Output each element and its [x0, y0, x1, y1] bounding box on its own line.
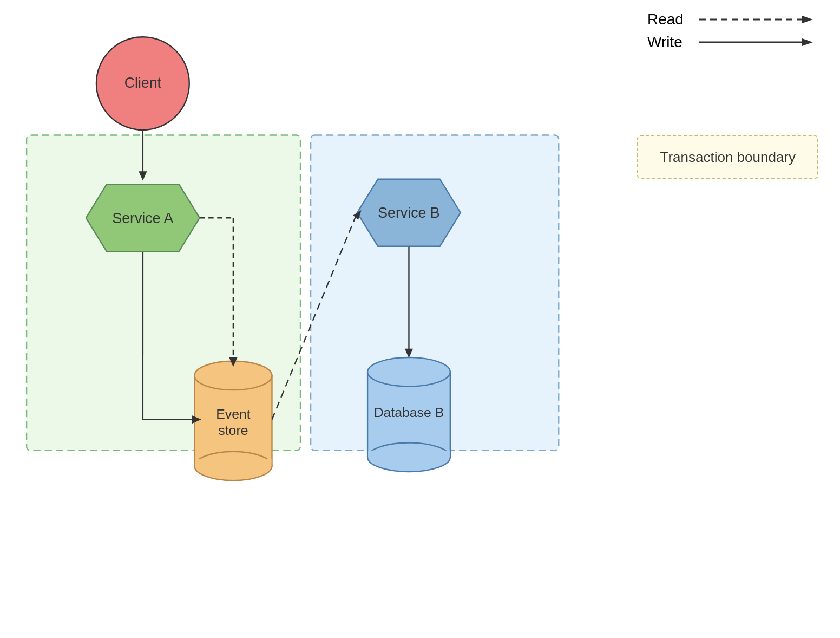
event-store-bottom — [194, 452, 272, 480]
legend: Read Write — [647, 11, 818, 51]
service-b-label: Service B — [378, 205, 439, 221]
read-arrow-icon — [699, 11, 818, 28]
client-label: Client — [124, 75, 162, 91]
database-b-cover — [368, 451, 450, 457]
service-a-label: Service A — [112, 210, 173, 226]
write-arrow-icon — [699, 34, 818, 50]
event-store-label-2: store — [218, 423, 248, 438]
main-diagram-svg: Client Service A Event store — [16, 16, 585, 585]
write-label: Write — [647, 34, 691, 51]
event-store-label-1: Event — [216, 407, 251, 421]
svg-marker-3 — [802, 38, 813, 46]
transaction-boundary-label: Transaction boundary — [660, 149, 796, 165]
diagram-container: Read Write Transaction boundary — [0, 0, 840, 638]
legend-read: Read — [647, 11, 818, 28]
legend-write: Write — [647, 34, 818, 51]
database-b-label: Database B — [374, 405, 444, 420]
read-label: Read — [647, 11, 691, 28]
transaction-boundary: Transaction boundary — [637, 135, 818, 179]
database-b-top — [368, 357, 450, 386]
svg-marker-1 — [802, 16, 813, 23]
event-store-cover — [195, 459, 271, 466]
